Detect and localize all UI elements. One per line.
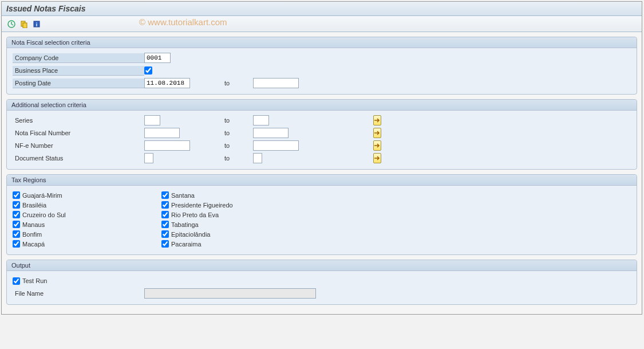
company-code-label: Company Code [13, 53, 144, 63]
content-area: Nota Fiscal selection criteria Company C… [2, 32, 642, 314]
business-place-label: Business Place [13, 66, 144, 76]
series-to-label: to [224, 117, 253, 124]
tax-region-label: Epitaciolândia [171, 231, 211, 238]
posting-date-to-input[interactable] [253, 78, 299, 88]
tax-region-label: Macapá [22, 241, 45, 248]
tax-regions-grid: Guajará-Mirim Santana Brasiléia Presiden… [13, 189, 631, 250]
tax-region-label: Rio Preto da Eva [171, 211, 219, 218]
tax-region-checkbox[interactable] [13, 211, 20, 218]
info-icon[interactable]: i [31, 19, 42, 29]
tax-region-checkbox[interactable] [161, 240, 169, 248]
nfe-more-button[interactable] [373, 140, 381, 151]
docstat-more-button[interactable] [373, 153, 381, 163]
series-from-input[interactable] [144, 115, 160, 126]
tax-region-checkbox[interactable] [13, 240, 20, 248]
group-tax-title: Tax Regions [7, 175, 637, 186]
nfe-to-input[interactable] [253, 140, 299, 151]
nfnum-from-input[interactable] [144, 128, 180, 138]
nfnum-label: Nota Fiscal Number [13, 128, 144, 138]
variant-icon[interactable] [19, 19, 29, 29]
series-more-button[interactable] [373, 115, 381, 126]
group-tax-regions: Tax Regions Guajará-Mirim Santana Brasil… [6, 174, 637, 255]
file-name-input[interactable] [144, 288, 316, 299]
tax-region-checkbox[interactable] [161, 230, 169, 238]
group-output: Output Test Run File Name [6, 260, 637, 305]
tax-region-label: Pacaraima [171, 241, 202, 248]
test-run-checkbox[interactable] [13, 277, 20, 285]
nfnum-to-label: to [224, 130, 253, 136]
posting-date-from-input[interactable] [144, 78, 190, 88]
nfe-from-input[interactable] [144, 140, 190, 151]
tax-region-label: Presidente Figueiredo [171, 202, 233, 209]
tax-region-checkbox[interactable] [13, 201, 20, 209]
tax-region-checkbox[interactable] [13, 230, 20, 238]
group-output-title: Output [7, 260, 637, 271]
tax-region-label: Bonfim [22, 231, 42, 238]
posting-date-label: Posting Date [13, 79, 144, 88]
nfe-to-label: to [224, 142, 253, 149]
nfe-label: NF-e Number [13, 141, 144, 150]
tax-region-label: Tabatinga [171, 221, 199, 228]
tax-region-checkbox[interactable] [13, 221, 20, 228]
group-nf-title: Nota Fiscal selection criteria [7, 37, 637, 48]
tax-region-checkbox[interactable] [161, 191, 169, 199]
docstat-to-input[interactable] [253, 153, 262, 163]
group-add-title: Additional selection criteria [7, 100, 637, 111]
docstat-from-input[interactable] [144, 153, 153, 163]
nfnum-to-input[interactable] [253, 128, 289, 138]
svg-text:i: i [36, 22, 38, 28]
tax-region-checkbox[interactable] [161, 211, 169, 218]
svg-rect-4 [23, 23, 27, 28]
page-title-bar: Issued Notas Fiscais [2, 2, 642, 16]
tax-region-label: Santana [171, 192, 195, 199]
docstat-label: Document Status [13, 154, 144, 163]
docstat-to-label: to [224, 155, 253, 162]
tax-region-checkbox[interactable] [161, 201, 169, 209]
series-label: Series [13, 116, 144, 125]
tax-region-label: Guajará-Mirim [22, 192, 62, 199]
tax-region-label: Cruzeiro do Sul [22, 211, 66, 218]
tax-region-label: Manaus [22, 221, 45, 228]
app-window: Issued Notas Fiscais i © www.tutorialkar… [1, 1, 642, 315]
company-code-input[interactable] [144, 53, 171, 63]
test-run-label: Test Run [22, 277, 47, 284]
business-place-checkbox[interactable] [144, 66, 152, 74]
app-toolbar: i © www.tutorialkart.com [2, 16, 642, 32]
group-nf-selection: Nota Fiscal selection criteria Company C… [6, 37, 637, 95]
execute-icon[interactable] [6, 19, 17, 29]
file-name-label: File Name [13, 289, 144, 298]
svg-line-2 [11, 24, 13, 25]
nfnum-more-button[interactable] [373, 128, 381, 138]
watermark-text: © www.tutorialkart.com [139, 17, 227, 27]
posting-date-to-label: to [224, 80, 253, 87]
tax-region-checkbox[interactable] [13, 191, 20, 199]
group-additional: Additional selection criteria Series to … [6, 99, 637, 170]
tax-region-checkbox[interactable] [161, 221, 169, 228]
series-to-input[interactable] [253, 115, 269, 126]
tax-region-label: Brasiléia [22, 202, 46, 209]
page-title: Issued Notas Fiscais [6, 4, 86, 13]
